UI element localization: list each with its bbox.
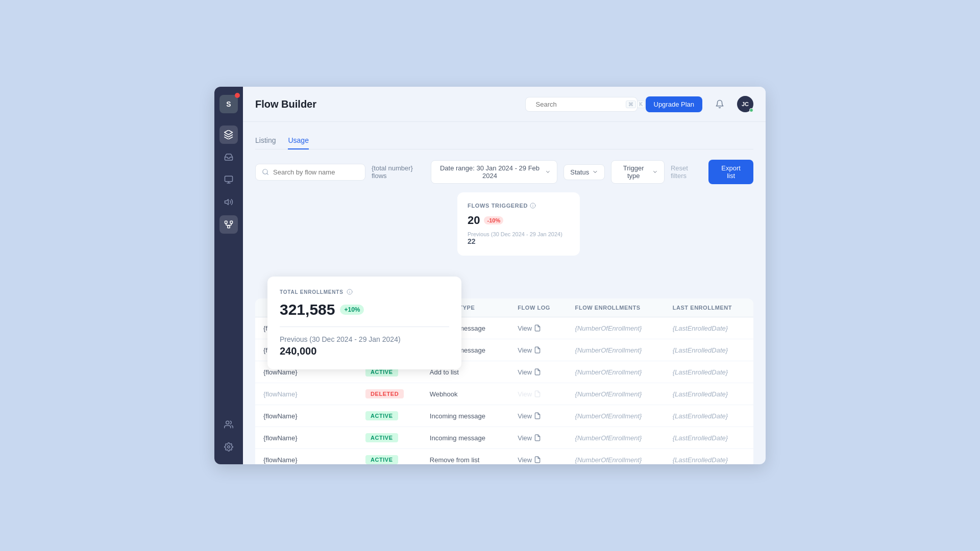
flow-log-link[interactable]: View — [509, 317, 567, 339]
flow-name: {flowName} — [255, 383, 357, 405]
search-shortcuts: ⌘ K — [626, 101, 646, 108]
chevron-down-icon — [545, 169, 551, 175]
document-icon — [534, 390, 541, 397]
logo-badge — [235, 93, 240, 98]
sidebar-item-megaphone[interactable] — [219, 193, 238, 211]
enrollments-value: 321,585 +10% — [280, 301, 449, 318]
sidebar-item-contacts[interactable] — [219, 170, 238, 189]
avatar[interactable]: JC — [737, 96, 753, 112]
status-filter[interactable]: Status — [564, 164, 605, 180]
enrollments-badge: +10% — [340, 305, 364, 315]
sidebar-logo[interactable]: S — [219, 95, 238, 113]
col-enrollments: FLOW ENROLLMENTS — [567, 298, 665, 317]
bell-icon — [715, 99, 724, 109]
sidebar-item-broadcast[interactable] — [219, 126, 238, 144]
main-content: Flow Builder ⌘ K Upgrade Plan JC — [243, 87, 766, 464]
flow-name: {flowName} — [255, 449, 357, 465]
flow-status: ACTIVE — [357, 427, 422, 449]
info-icon — [530, 203, 536, 209]
trigger-type-filter[interactable]: Trigger type — [611, 160, 665, 184]
table-row: {flowName} ACTIVE Incoming message View … — [255, 405, 753, 427]
col-flowlog: FLOW LOG — [509, 298, 567, 317]
flows-prev-label: Previous (30 Dec 2024 - 29 Jan 2024) — [468, 231, 570, 237]
svg-rect-0 — [225, 176, 233, 182]
page-title: Flow Builder — [255, 98, 517, 110]
header: Flow Builder ⌘ K Upgrade Plan JC — [243, 87, 766, 122]
online-indicator — [749, 108, 753, 112]
sidebar-item-team[interactable] — [219, 415, 238, 434]
search-input[interactable] — [536, 101, 622, 108]
flow-log-link[interactable]: View — [509, 405, 567, 427]
enrollments-tooltip-card: TOTAL ENROLLMENTS 321,585 +10% Previous … — [267, 277, 461, 369]
flow-log-link[interactable]: View — [509, 383, 567, 405]
svg-point-8 — [226, 421, 229, 424]
document-icon — [534, 324, 541, 332]
flow-trigger: Webhook — [422, 383, 509, 405]
document-icon — [534, 368, 541, 375]
tab-listing[interactable]: Listing — [255, 132, 276, 149]
flow-status: ACTIVE — [357, 449, 422, 465]
flow-status: DELETED — [357, 383, 422, 405]
sidebar-bottom — [219, 415, 238, 456]
flow-log-link[interactable]: View — [509, 427, 567, 449]
sidebar-item-settings[interactable] — [219, 438, 238, 456]
date-range-filter[interactable]: Date range: 30 Jan 2024 - 29 Feb 2024 — [431, 160, 558, 184]
svg-line-13 — [267, 173, 268, 175]
flows-triggered-card: FLOWS TRIGGERED 20 -10% Previous (30 Dec… — [457, 192, 580, 256]
reset-filters-button[interactable]: Reset filters — [671, 164, 702, 180]
col-last-enrollment: LAST ENROLLMENT — [665, 298, 753, 317]
flow-log-link[interactable]: View — [509, 339, 567, 361]
flow-trigger: Remove from list — [422, 449, 509, 465]
flow-last-enrollment: {LastEnrolledDate} — [665, 383, 753, 405]
flow-last-enrollment: {LastEnrolledDate} — [665, 427, 753, 449]
export-list-button[interactable]: Export list — [708, 160, 753, 184]
sidebar-item-inbox[interactable] — [219, 148, 238, 166]
flows-badge: -10% — [484, 216, 503, 224]
tab-bar: Listing Usage — [255, 132, 753, 149]
document-icon — [534, 456, 541, 463]
svg-point-9 — [228, 446, 230, 448]
tab-usage[interactable]: Usage — [288, 132, 308, 149]
flow-enrollments: {NumberOfEnrollment} — [567, 339, 665, 361]
upgrade-plan-button[interactable]: Upgrade Plan — [646, 96, 703, 112]
sidebar-item-flows[interactable] — [219, 215, 238, 234]
sidebar: S — [214, 87, 243, 464]
document-icon — [534, 434, 541, 441]
flow-enrollments: {NumberOfEnrollment} — [567, 383, 665, 405]
enrollments-prev-label: Previous (30 Dec 2024 - 29 Jan 2024) — [280, 335, 449, 343]
flow-name: {flowName} — [255, 427, 357, 449]
flows-triggered-label: FLOWS TRIGGERED — [468, 203, 570, 209]
document-icon — [534, 346, 541, 354]
table-row: {flowName} ACTIVE Remove from list View … — [255, 449, 753, 465]
flow-trigger: Incoming message — [422, 427, 509, 449]
flow-name: {flowName} — [255, 405, 357, 427]
divider — [280, 327, 449, 327]
flow-last-enrollment: {LastEnrolledDate} — [665, 339, 753, 361]
search-icon — [262, 168, 269, 176]
notification-button[interactable] — [710, 95, 729, 113]
flow-search[interactable] — [255, 164, 365, 181]
flow-trigger: Incoming message — [422, 405, 509, 427]
flow-log-link[interactable]: View — [509, 449, 567, 465]
table-row: {flowName} ACTIVE Incoming message View … — [255, 427, 753, 449]
svg-marker-3 — [225, 199, 229, 205]
flow-search-input[interactable] — [273, 168, 359, 176]
info-icon — [347, 289, 353, 295]
flow-last-enrollment: {LastEnrolledDate} — [665, 405, 753, 427]
flow-enrollments: {NumberOfEnrollment} — [567, 427, 665, 449]
flow-status: ACTIVE — [357, 405, 422, 427]
flow-log-link[interactable]: View — [509, 361, 567, 383]
content-area: Listing Usage {total number} flows Date … — [243, 122, 766, 464]
flow-last-enrollment: {LastEnrolledDate} — [665, 449, 753, 465]
enrollments-label: TOTAL ENROLLMENTS — [280, 289, 449, 295]
flow-last-enrollment: {LastEnrolledDate} — [665, 361, 753, 383]
table-row: {flowName} DELETED Webhook View {NumberO… — [255, 383, 753, 405]
flow-enrollments: {NumberOfEnrollment} — [567, 405, 665, 427]
enrollments-prev-value: 240,000 — [280, 345, 449, 357]
header-search[interactable]: ⌘ K — [525, 97, 638, 112]
flows-count: {total number} flows — [372, 164, 425, 180]
flow-enrollments: {NumberOfEnrollment} — [567, 317, 665, 339]
flow-enrollments: {NumberOfEnrollment} — [567, 361, 665, 383]
flows-prev-value: 22 — [468, 237, 570, 245]
document-icon — [534, 412, 541, 419]
